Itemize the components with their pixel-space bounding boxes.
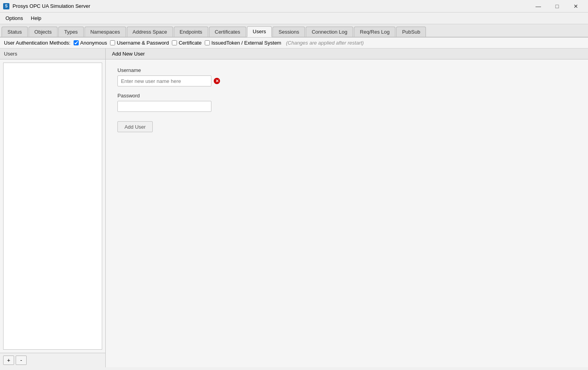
users-panel: Users + -: [0, 48, 106, 367]
username-password-checkbox-label[interactable]: Username & Password: [110, 40, 169, 46]
title-bar: S Prosys OPC UA Simulation Server — □ ✕: [0, 0, 588, 13]
certificate-checkbox-label[interactable]: Certificate: [172, 40, 202, 46]
tab-req-res-log[interactable]: Req/Res Log: [354, 27, 395, 37]
password-group: Password: [117, 93, 576, 112]
minimize-button[interactable]: —: [529, 1, 547, 12]
issued-token-checkbox[interactable]: [205, 40, 210, 45]
users-list[interactable]: [3, 63, 102, 350]
issued-token-label: IssuedToken / External System: [211, 40, 281, 46]
maximize-button[interactable]: □: [548, 1, 566, 12]
remove-user-list-button[interactable]: -: [16, 356, 27, 365]
tab-types[interactable]: Types: [58, 27, 84, 37]
add-user-header: Add New User: [106, 48, 588, 59]
username-group: Username ✕: [117, 67, 576, 86]
auth-methods-bar: User Authentication Methods: Anonymous U…: [0, 38, 588, 48]
menu-help[interactable]: Help: [27, 14, 45, 23]
tab-objects[interactable]: Objects: [29, 27, 58, 37]
tab-namespaces[interactable]: Namespaces: [85, 27, 126, 37]
username-input[interactable]: [117, 75, 211, 86]
certificate-checkbox[interactable]: [172, 40, 177, 45]
tab-pubsub[interactable]: PubSub: [396, 27, 426, 37]
window-controls: — □ ✕: [529, 1, 585, 12]
tab-endpoints[interactable]: Endpoints: [174, 27, 208, 37]
password-label: Password: [117, 93, 576, 99]
username-label: Username: [117, 67, 576, 73]
menu-options[interactable]: Options: [2, 14, 27, 23]
add-user-panel: Add New User Username ✕ Password Add Use…: [106, 48, 588, 367]
auth-restart-note: (Changes are applied after restart): [286, 40, 364, 46]
tab-certificates[interactable]: Certificates: [209, 27, 246, 37]
tab-address-space[interactable]: Address Space: [127, 27, 173, 37]
add-user-list-button[interactable]: +: [3, 356, 14, 365]
add-user-body: Username ✕ Password Add User: [106, 59, 588, 140]
username-input-row: ✕: [117, 75, 576, 86]
tab-sessions[interactable]: Sessions: [272, 27, 305, 37]
username-password-label: Username & Password: [117, 40, 169, 46]
password-input[interactable]: [117, 101, 211, 112]
anonymous-label: Anonymous: [80, 40, 107, 46]
tab-status[interactable]: Status: [2, 27, 28, 37]
close-button[interactable]: ✕: [567, 1, 585, 12]
add-user-button[interactable]: Add User: [117, 121, 153, 132]
title-bar-left: S Prosys OPC UA Simulation Server: [3, 3, 90, 9]
certificate-label: Certificate: [179, 40, 202, 46]
users-panel-header: Users: [0, 48, 105, 59]
username-error-icon: ✕: [214, 78, 220, 84]
tabs-bar: Status Objects Types Namespaces Address …: [0, 24, 588, 38]
anonymous-checkbox[interactable]: [74, 40, 79, 45]
app-icon: S: [3, 3, 9, 9]
issued-token-checkbox-label[interactable]: IssuedToken / External System: [205, 40, 281, 46]
main-content: Users + - Add New User Username ✕ Passwo…: [0, 48, 588, 367]
tab-users[interactable]: Users: [247, 26, 272, 37]
tab-connection-log[interactable]: Connection Log: [306, 27, 353, 37]
anonymous-checkbox-label[interactable]: Anonymous: [74, 40, 107, 46]
app-title: Prosys OPC UA Simulation Server: [13, 3, 90, 9]
username-password-checkbox[interactable]: [110, 40, 115, 45]
menu-bar: Options Help: [0, 13, 588, 24]
users-footer: + -: [0, 353, 105, 367]
auth-methods-label: User Authentication Methods:: [4, 40, 70, 46]
